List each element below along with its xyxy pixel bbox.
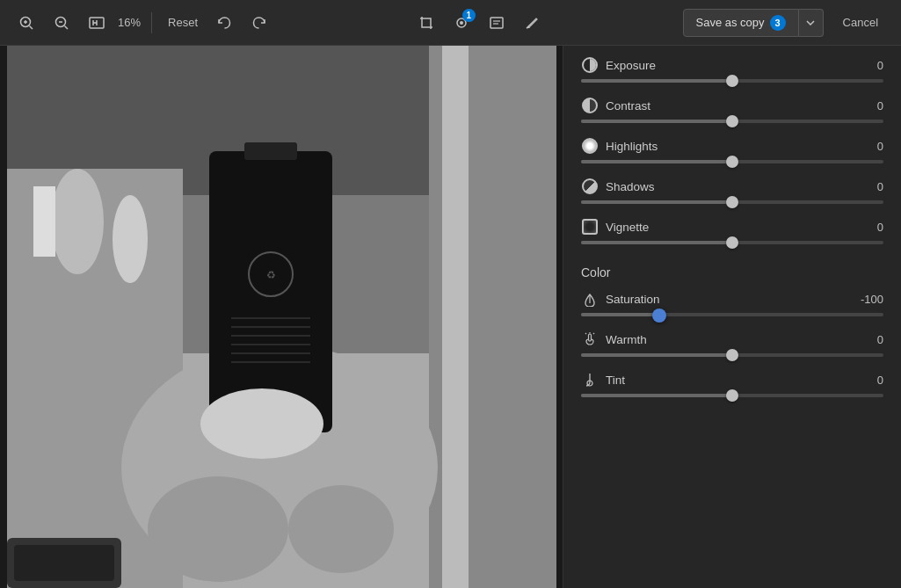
canvas-area: Li-ion ♻ [0,46,563,588]
saturation-adjustment: Saturation -100 [581,290,883,316]
main-area: Li-ion ♻ [0,46,901,588]
exposure-text: Exposure [606,59,656,72]
contrast-value: 0 [852,99,883,113]
undo-button[interactable] [208,7,240,39]
exposure-value: 0 [852,59,883,72]
markup-button[interactable] [481,7,512,39]
photo-canvas: Li-ion ♻ [7,46,556,588]
tint-icon [581,371,599,388]
actual-size-button[interactable] [81,7,113,39]
svg-point-21 [51,169,104,274]
draw-button[interactable] [516,7,548,39]
highlights-value: 0 [852,140,883,153]
shadows-text: Shadows [606,180,655,193]
warmth-value: 0 [852,333,883,346]
tint-value: 0 [852,374,883,387]
saturation-label: Saturation [581,290,660,308]
saturation-slider[interactable] [581,313,883,316]
highlights-text: Highlights [606,140,658,153]
crop-button[interactable] [411,7,442,39]
shadows-adjustment: Shadows 0 [581,178,883,204]
shadows-value: 0 [852,180,883,193]
contrast-icon [581,97,599,114]
svg-rect-13 [490,18,503,28]
highlights-label: Highlights [581,137,658,155]
toolbar-right: Save as copy 3 Cancel [683,9,891,37]
tint-slider[interactable] [581,394,883,397]
vignette-icon [581,218,599,236]
svg-line-47 [585,333,586,334]
zoom-in-button[interactable] [11,7,42,39]
toolbar-divider [151,12,152,33]
contrast-text: Contrast [606,99,650,113]
exposure-adjustment: Exposure 0 [581,56,883,83]
svg-point-27 [148,476,288,582]
exposure-label: Exposure [581,56,656,74]
contrast-label: Contrast [581,97,650,114]
warmth-label: Warmth [581,330,647,348]
svg-rect-39 [244,142,297,160]
save-as-copy-label: Save as copy [696,16,765,29]
vignette-value: 0 [852,221,883,234]
vignette-slider[interactable] [581,241,883,244]
highlights-slider[interactable] [581,160,883,163]
exposure-header: Exposure 0 [581,56,883,74]
right-panel: Exposure 0 Contrast [563,46,901,588]
shadows-label: Shadows [581,178,655,195]
svg-point-22 [113,195,148,283]
svg-point-40 [200,388,323,459]
svg-rect-23 [33,186,55,257]
cancel-button[interactable]: Cancel [831,9,890,37]
redo-button[interactable] [243,7,275,39]
shadows-icon [581,178,599,195]
reset-button[interactable]: Reset [161,7,205,39]
highlights-header: Highlights 0 [581,137,883,155]
svg-rect-44 [589,334,592,341]
photo-svg: Li-ion ♻ [7,46,556,588]
contrast-header: Contrast 0 [581,97,883,114]
tint-header: Tint 0 [581,371,883,388]
highlights-icon [581,137,599,155]
color-section-title: Color [563,258,901,290]
highlights-adjustment: Highlights 0 [581,137,883,163]
svg-line-6 [65,25,69,29]
vignette-header: Vignette 0 [581,218,883,236]
warmth-header: Warmth 0 [581,330,883,348]
tint-adjustment: Tint 0 [581,371,883,397]
saturation-text: Saturation [606,293,660,306]
svg-line-3 [30,25,33,29]
warmth-adjustment: Warmth 0 [581,330,883,357]
vignette-adjustment: Vignette 0 [581,218,883,244]
save-button-group: Save as copy 3 [683,9,824,37]
adjust-button[interactable]: 1 [446,7,477,39]
exposure-slider[interactable] [581,79,883,83]
svg-rect-25 [442,46,469,588]
save-dropdown-button[interactable] [799,9,824,37]
contrast-slider[interactable] [581,120,883,123]
svg-text:♻: ♻ [265,269,275,281]
warmth-text: Warmth [606,333,647,346]
exposure-icon [581,56,599,74]
svg-rect-42 [14,545,114,581]
saturation-header: Saturation -100 [581,290,883,308]
save-as-copy-button[interactable]: Save as copy 3 [683,9,799,37]
light-section: Exposure 0 Contrast [563,56,901,258]
vignette-text: Vignette [606,221,649,234]
zoom-level: 16% [118,16,141,29]
svg-point-12 [460,21,463,25]
vignette-label: Vignette [581,218,649,236]
warmth-slider[interactable] [581,353,883,357]
shadows-slider[interactable] [581,200,883,204]
color-section: Saturation -100 [563,290,901,411]
tint-text: Tint [606,374,625,387]
save-badge: 3 [770,15,786,31]
adjust-badge: 1 [462,9,476,22]
zoom-out-button[interactable] [46,7,77,39]
warmth-icon [581,330,599,348]
svg-line-46 [593,333,594,334]
toolbar: 16% Reset 1 [0,0,901,46]
saturation-icon [581,290,599,308]
contrast-adjustment: Contrast 0 [581,97,883,123]
saturation-value: -100 [852,293,883,306]
svg-point-28 [288,485,394,573]
